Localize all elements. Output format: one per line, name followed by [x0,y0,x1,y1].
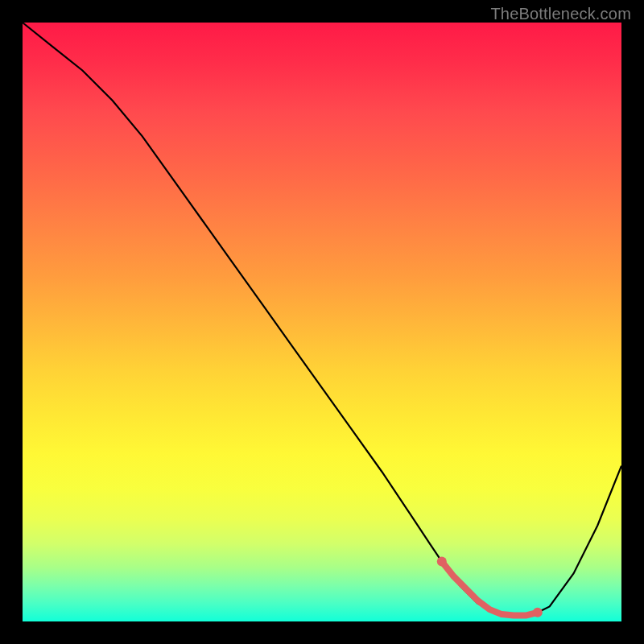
watermark-text: TheBottleneck.com [490,5,631,23]
optimal-zone-end-dot [533,608,543,617]
optimal-zone-band [442,562,538,616]
bottleneck-curve [23,23,621,616]
plot-area [23,23,621,621]
curve-layer [23,23,621,621]
optimal-zone-start-dot [437,557,447,567]
chart-frame: TheBottleneck.com [0,0,644,644]
